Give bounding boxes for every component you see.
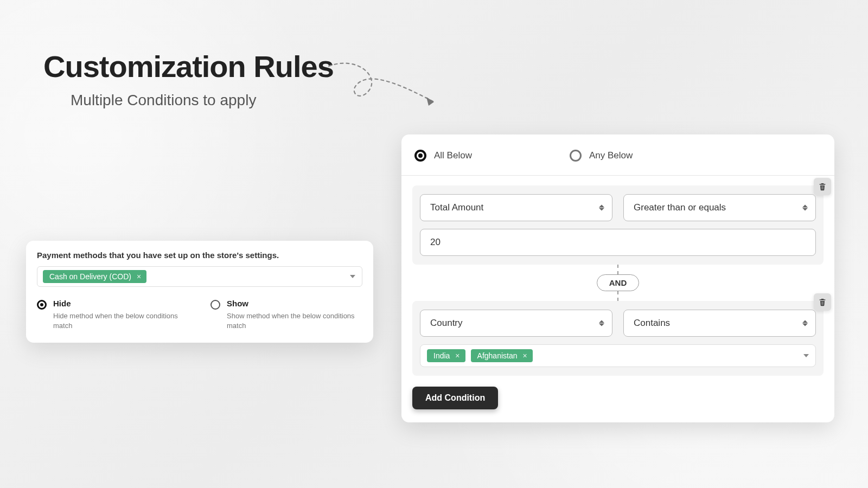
payment-section-title: Payment methods that you have set up on …: [37, 251, 362, 260]
condition-1-value: 20: [430, 237, 441, 247]
radio-all-below[interactable]: [414, 150, 426, 162]
remove-tag-icon[interactable]: ×: [136, 272, 142, 281]
mode-any-option[interactable]: Any Below: [570, 150, 633, 162]
connector-badge: AND: [597, 274, 640, 291]
trash-icon: [818, 182, 827, 191]
select-caret-icon: [599, 205, 604, 211]
mode-all-option[interactable]: All Below: [414, 150, 472, 162]
condition-block-2: Country Contains India × Afghanistan ×: [412, 301, 824, 376]
condition-2-operator-value: Contains: [634, 318, 670, 328]
mode-any-label: Any Below: [589, 150, 633, 161]
svg-marker-0: [426, 97, 434, 106]
condition-2-operator-select[interactable]: Contains: [623, 310, 816, 337]
condition-2-field-select[interactable]: Country: [420, 310, 612, 337]
dropdown-caret-icon[interactable]: [350, 275, 355, 278]
payment-method-tag-input[interactable]: Cash on Delivery (COD) ×: [37, 266, 362, 287]
condition-connector: AND: [412, 265, 824, 301]
hide-label: Hide: [53, 299, 189, 308]
radio-any-below[interactable]: [570, 150, 582, 162]
country-tag: Afghanistan ×: [471, 349, 533, 362]
mode-all-label: All Below: [434, 150, 472, 161]
condition-1-value-input[interactable]: 20: [420, 229, 816, 256]
trash-icon: [818, 298, 827, 306]
condition-2-field-value: Country: [430, 318, 463, 328]
country-tag: India ×: [427, 349, 465, 362]
remove-tag-icon[interactable]: ×: [522, 351, 528, 360]
select-caret-icon: [802, 320, 808, 326]
delete-condition-2-button[interactable]: [814, 293, 831, 311]
visibility-hide-option[interactable]: Hide Hide method when the below conditio…: [37, 299, 189, 331]
condition-1-operator-value: Greater than or equals: [634, 202, 726, 213]
select-caret-icon: [802, 205, 808, 211]
payment-methods-card: Payment methods that you have set up on …: [26, 241, 373, 343]
condition-1-field-select[interactable]: Total Amount: [420, 194, 612, 221]
conditions-card: All Below Any Below Total Amount Greater…: [401, 134, 834, 422]
add-condition-button[interactable]: Add Condition: [412, 387, 498, 409]
visibility-show-option[interactable]: Show Show method when the below conditio…: [210, 299, 362, 331]
payment-tag-label: Cash on Delivery (COD): [49, 272, 131, 281]
page-header: Customization Rules Multiple Conditions …: [43, 49, 334, 109]
dropdown-caret-icon[interactable]: [803, 354, 809, 357]
condition-2-value-tag-input[interactable]: India × Afghanistan ×: [420, 344, 816, 367]
remove-tag-icon[interactable]: ×: [454, 351, 461, 360]
select-caret-icon: [599, 320, 604, 326]
delete-condition-1-button[interactable]: [814, 178, 831, 195]
radio-hide[interactable]: [37, 300, 47, 310]
page-subtitle: Multiple Conditions to apply: [71, 92, 334, 109]
page-title: Customization Rules: [43, 49, 334, 84]
hide-desc: Hide method when the below conditions ma…: [53, 311, 189, 331]
divider: [401, 175, 834, 176]
condition-1-field-value: Total Amount: [430, 202, 483, 213]
show-label: Show: [227, 299, 362, 308]
country-tag-label: India: [433, 351, 450, 360]
country-tag-label: Afghanistan: [477, 351, 518, 360]
show-desc: Show method when the below conditions ma…: [227, 311, 362, 331]
payment-tag: Cash on Delivery (COD) ×: [43, 270, 146, 283]
radio-show[interactable]: [210, 300, 220, 310]
condition-1-operator-select[interactable]: Greater than or equals: [623, 194, 816, 221]
condition-block-1: Total Amount Greater than or equals 20: [412, 185, 824, 265]
decorative-arrow: [326, 61, 456, 110]
